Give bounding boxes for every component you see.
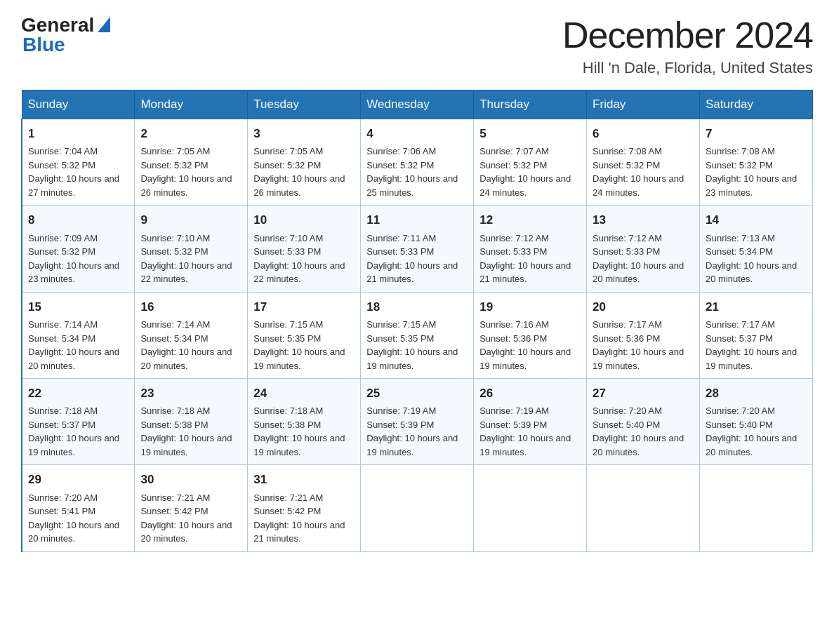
day-info: Sunrise: 7:20 AMSunset: 5:41 PMDaylight:… [28, 491, 128, 546]
calendar-cell: 12Sunrise: 7:12 AMSunset: 5:33 PMDayligh… [474, 206, 587, 292]
day-info: Sunrise: 7:17 AMSunset: 5:37 PMDaylight:… [706, 318, 807, 373]
calendar-cell: 25Sunrise: 7:19 AMSunset: 5:39 PMDayligh… [361, 379, 474, 465]
calendar-cell: 17Sunrise: 7:15 AMSunset: 5:35 PMDayligh… [248, 292, 361, 378]
day-header-sunday: Sunday [22, 90, 135, 119]
calendar-cell: 9Sunrise: 7:10 AMSunset: 5:32 PMDaylight… [135, 206, 248, 292]
day-number: 14 [706, 211, 807, 229]
day-number: 16 [140, 298, 241, 316]
calendar-cell: 20Sunrise: 7:17 AMSunset: 5:36 PMDayligh… [587, 292, 700, 378]
day-info: Sunrise: 7:12 AMSunset: 5:33 PMDaylight:… [479, 232, 581, 286]
calendar-cell: 7Sunrise: 7:08 AMSunset: 5:32 PMDaylight… [700, 119, 813, 206]
day-number: 9 [140, 211, 241, 229]
day-info: Sunrise: 7:10 AMSunset: 5:32 PMDaylight:… [140, 232, 241, 286]
calendar-week-row: 15Sunrise: 7:14 AMSunset: 5:34 PMDayligh… [22, 292, 813, 378]
day-number: 17 [253, 298, 355, 316]
day-header-tuesday: Tuesday [248, 90, 361, 119]
day-info: Sunrise: 7:04 AMSunset: 5:32 PMDaylight:… [28, 145, 128, 199]
title-area: December 2024 Hill 'n Dale, Florida, Uni… [562, 14, 813, 77]
day-info: Sunrise: 7:05 AMSunset: 5:32 PMDaylight:… [140, 145, 241, 199]
calendar-cell: 21Sunrise: 7:17 AMSunset: 5:37 PMDayligh… [700, 292, 813, 378]
logo-triangle-icon [98, 17, 110, 35]
calendar-cell: 22Sunrise: 7:18 AMSunset: 5:37 PMDayligh… [22, 379, 135, 465]
day-info: Sunrise: 7:14 AMSunset: 5:34 PMDaylight:… [28, 318, 128, 373]
day-number: 23 [140, 384, 241, 403]
calendar-cell: 18Sunrise: 7:15 AMSunset: 5:35 PMDayligh… [361, 292, 474, 378]
day-info: Sunrise: 7:06 AMSunset: 5:32 PMDaylight:… [366, 145, 468, 199]
day-header-thursday: Thursday [474, 90, 587, 119]
logo: General Blue [21, 14, 110, 56]
day-info: Sunrise: 7:09 AMSunset: 5:32 PMDaylight:… [28, 232, 128, 286]
day-info: Sunrise: 7:12 AMSunset: 5:33 PMDaylight:… [593, 232, 694, 286]
day-info: Sunrise: 7:18 AMSunset: 5:38 PMDaylight:… [253, 404, 355, 459]
svg-marker-0 [98, 17, 110, 32]
calendar-cell: 19Sunrise: 7:16 AMSunset: 5:36 PMDayligh… [474, 292, 587, 378]
calendar-cell: 15Sunrise: 7:14 AMSunset: 5:34 PMDayligh… [22, 292, 135, 378]
day-number: 28 [706, 384, 807, 403]
calendar-cell [700, 465, 813, 551]
calendar-cell: 30Sunrise: 7:21 AMSunset: 5:42 PMDayligh… [135, 465, 248, 551]
calendar-cell: 28Sunrise: 7:20 AMSunset: 5:40 PMDayligh… [700, 379, 813, 465]
day-info: Sunrise: 7:19 AMSunset: 5:39 PMDaylight:… [366, 404, 468, 459]
calendar-cell: 2Sunrise: 7:05 AMSunset: 5:32 PMDaylight… [135, 119, 248, 206]
day-header-friday: Friday [587, 90, 700, 119]
calendar-cell: 27Sunrise: 7:20 AMSunset: 5:40 PMDayligh… [587, 379, 700, 465]
day-info: Sunrise: 7:10 AMSunset: 5:33 PMDaylight:… [253, 232, 355, 286]
calendar-week-row: 22Sunrise: 7:18 AMSunset: 5:37 PMDayligh… [22, 379, 813, 465]
calendar-cell: 23Sunrise: 7:18 AMSunset: 5:38 PMDayligh… [135, 379, 248, 465]
calendar-cell: 29Sunrise: 7:20 AMSunset: 5:41 PMDayligh… [22, 465, 135, 551]
day-number: 25 [366, 384, 468, 403]
day-number: 5 [479, 125, 581, 143]
day-number: 19 [479, 298, 581, 316]
day-number: 1 [28, 125, 128, 143]
day-number: 6 [593, 125, 694, 143]
day-info: Sunrise: 7:21 AMSunset: 5:42 PMDaylight:… [253, 491, 355, 546]
calendar-cell: 5Sunrise: 7:07 AMSunset: 5:32 PMDaylight… [474, 119, 587, 206]
day-info: Sunrise: 7:20 AMSunset: 5:40 PMDaylight:… [593, 404, 694, 459]
day-number: 13 [593, 211, 694, 229]
day-info: Sunrise: 7:05 AMSunset: 5:32 PMDaylight:… [253, 145, 355, 199]
day-number: 4 [366, 125, 468, 143]
calendar-cell: 26Sunrise: 7:19 AMSunset: 5:39 PMDayligh… [474, 379, 587, 465]
calendar-header-row: SundayMondayTuesdayWednesdayThursdayFrid… [22, 90, 813, 119]
location-title: Hill 'n Dale, Florida, United States [562, 59, 813, 77]
calendar-cell: 14Sunrise: 7:13 AMSunset: 5:34 PMDayligh… [700, 206, 813, 292]
day-header-wednesday: Wednesday [361, 90, 474, 119]
calendar-cell: 8Sunrise: 7:09 AMSunset: 5:32 PMDaylight… [22, 206, 135, 292]
day-info: Sunrise: 7:16 AMSunset: 5:36 PMDaylight:… [479, 318, 581, 373]
day-info: Sunrise: 7:07 AMSunset: 5:32 PMDaylight:… [479, 145, 581, 199]
day-number: 21 [706, 298, 807, 316]
day-info: Sunrise: 7:18 AMSunset: 5:37 PMDaylight:… [28, 404, 128, 459]
page-header: General Blue December 2024 Hill 'n Dale,… [21, 14, 813, 77]
day-info: Sunrise: 7:17 AMSunset: 5:36 PMDaylight:… [593, 318, 694, 373]
calendar-week-row: 1Sunrise: 7:04 AMSunset: 5:32 PMDaylight… [22, 119, 813, 206]
day-number: 11 [366, 211, 468, 229]
calendar-cell: 16Sunrise: 7:14 AMSunset: 5:34 PMDayligh… [135, 292, 248, 378]
day-number: 12 [479, 211, 581, 229]
day-info: Sunrise: 7:19 AMSunset: 5:39 PMDaylight:… [479, 404, 581, 459]
calendar-cell: 31Sunrise: 7:21 AMSunset: 5:42 PMDayligh… [248, 465, 361, 551]
day-number: 24 [253, 384, 355, 403]
calendar-cell [361, 465, 474, 551]
day-number: 22 [28, 384, 128, 403]
calendar-cell: 13Sunrise: 7:12 AMSunset: 5:33 PMDayligh… [587, 206, 700, 292]
day-header-monday: Monday [135, 90, 248, 119]
day-info: Sunrise: 7:21 AMSunset: 5:42 PMDaylight:… [140, 491, 241, 546]
day-number: 30 [140, 471, 241, 489]
day-info: Sunrise: 7:15 AMSunset: 5:35 PMDaylight:… [366, 318, 468, 373]
day-number: 27 [593, 384, 694, 403]
day-info: Sunrise: 7:11 AMSunset: 5:33 PMDaylight:… [366, 232, 468, 286]
day-number: 20 [593, 298, 694, 316]
logo-blue-text: Blue [22, 34, 65, 55]
calendar-week-row: 8Sunrise: 7:09 AMSunset: 5:32 PMDaylight… [22, 206, 813, 292]
calendar-table: SundayMondayTuesdayWednesdayThursdayFrid… [21, 90, 813, 552]
day-number: 31 [253, 471, 355, 489]
calendar-cell [587, 465, 700, 551]
calendar-cell [474, 465, 587, 551]
day-number: 7 [706, 125, 807, 143]
calendar-cell: 4Sunrise: 7:06 AMSunset: 5:32 PMDaylight… [361, 119, 474, 206]
day-number: 15 [28, 298, 128, 316]
calendar-cell: 24Sunrise: 7:18 AMSunset: 5:38 PMDayligh… [248, 379, 361, 465]
day-info: Sunrise: 7:18 AMSunset: 5:38 PMDaylight:… [140, 404, 241, 459]
calendar-week-row: 29Sunrise: 7:20 AMSunset: 5:41 PMDayligh… [22, 465, 813, 551]
day-number: 10 [253, 211, 355, 229]
